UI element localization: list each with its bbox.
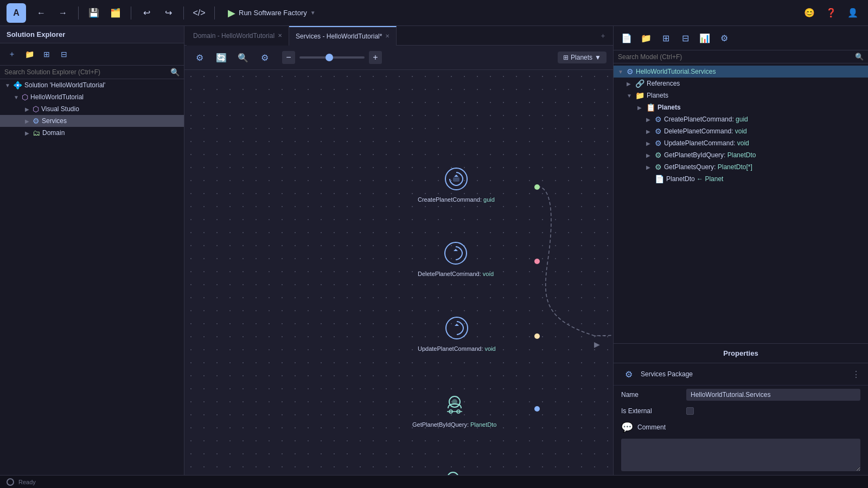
- zoom-out-button[interactable]: −: [282, 51, 295, 64]
- tab-services-label: Services - HelloWorldTutorial*: [296, 33, 382, 40]
- right-tool-5[interactable]: 📊: [696, 29, 713, 47]
- model-tree-getbyid-query[interactable]: ▶ ⚙ GetPlanetByIdQuery: PlanetDto: [614, 149, 868, 161]
- canvas-tool-3[interactable]: 🔍: [234, 49, 252, 66]
- chevron-right-icon: ▶: [646, 140, 653, 146]
- delete-cmd-icon: ⚙: [655, 127, 662, 136]
- emoji-button[interactable]: 😊: [801, 4, 818, 22]
- model-tree-update-cmd[interactable]: ▶ ⚙ UpdatePlanetCommand: void: [614, 137, 868, 149]
- account-button[interactable]: 👤: [844, 4, 861, 22]
- right-search-icon: 🔍: [855, 53, 864, 61]
- back-button[interactable]: ←: [33, 4, 50, 22]
- is-external-checkbox[interactable]: [686, 407, 694, 415]
- solution-icon: 💠: [13, 81, 22, 89]
- folder-button[interactable]: 📁: [22, 47, 37, 62]
- tree-item-services[interactable]: ▶ ⚙ Services: [0, 115, 184, 127]
- getall-query-label: GetPlanetsQuery: PlanetDto[*]: [664, 163, 752, 171]
- help-button[interactable]: ❓: [822, 4, 840, 22]
- right-tool-3[interactable]: ⊞: [657, 29, 674, 47]
- get-planet-by-id-node[interactable]: GetPlanetByIdQuery: PlanetDto: [412, 390, 496, 428]
- right-search-input[interactable]: [618, 53, 853, 61]
- separator-4: [214, 7, 215, 20]
- chevron-right-icon: ▶: [646, 152, 653, 158]
- planets-entity-label: Planets: [658, 104, 681, 111]
- name-field-label: Name: [621, 391, 665, 399]
- model-tree-create-cmd[interactable]: ▶ ⚙ CreatePlanetCommand: guid: [614, 113, 868, 125]
- model-tree-root[interactable]: ▼ ⚙ HelloWorldTutorial.Services: [614, 66, 868, 78]
- chevron-right-icon: ▶: [646, 129, 653, 134]
- zoom-control: − +: [282, 51, 382, 64]
- delete-planet-command-node[interactable]: DeletePlanetCommand: void: [418, 239, 494, 277]
- tab-add-button[interactable]: ＋: [595, 31, 611, 41]
- right-panel: 📄 📁 ⊞ ⊟ 📊 ⚙ 🔍 ▼ ⚙ HelloWorldTutorial.Ser…: [613, 26, 868, 475]
- sidebar-search-icon: 🔍: [170, 68, 180, 76]
- right-tool-1[interactable]: 📄: [618, 29, 635, 47]
- tab-services-close-icon[interactable]: ✕: [385, 33, 390, 39]
- model-tree-planets-folder[interactable]: ▼ 📁 Planets: [614, 89, 868, 101]
- right-tool-6[interactable]: ⚙: [716, 29, 733, 47]
- tab-bar: Domain - HelloWorldTutorial ✕ Services -…: [184, 26, 613, 46]
- save-all-button[interactable]: 🗂️: [107, 4, 124, 22]
- undo-button[interactable]: ↩: [138, 4, 155, 22]
- app-logo: A: [7, 3, 26, 23]
- tab-domain[interactable]: Domain - HelloWorldTutorial ✕: [187, 26, 289, 46]
- canvas-area[interactable]: CreatePlanetCommand: guid DeletePlanetCo…: [184, 70, 613, 475]
- zoom-slider[interactable]: [299, 56, 365, 59]
- svg-point-4: [446, 317, 468, 339]
- collapse-all-button[interactable]: ⊟: [56, 47, 72, 62]
- comment-icon: 💬: [621, 421, 633, 433]
- model-tree-references[interactable]: ▶ 🔗 References: [614, 78, 868, 89]
- create-planet-command-node[interactable]: CreatePlanetCommand: guid: [418, 165, 495, 203]
- update-planet-command-node[interactable]: UpdatePlanetCommand: void: [418, 314, 496, 352]
- properties-menu-button[interactable]: ⋮: [852, 369, 860, 380]
- model-tree-delete-cmd[interactable]: ▶ ⚙ DeletePlanetCommand: void: [614, 125, 868, 137]
- right-tool-2[interactable]: 📁: [637, 29, 655, 47]
- delete-command-label: DeletePlanetCommand: void: [418, 271, 494, 277]
- forward-button[interactable]: →: [54, 4, 72, 22]
- chevron-down-icon: ▼: [618, 69, 624, 75]
- debug-button[interactable]: </>: [190, 4, 208, 22]
- tab-domain-label: Domain - HelloWorldTutorial: [193, 32, 275, 40]
- canvas-tool-4[interactable]: ⚙: [256, 49, 273, 66]
- zoom-slider-thumb[interactable]: [326, 54, 333, 61]
- update-command-dot[interactable]: [534, 333, 540, 339]
- sidebar-search-input[interactable]: [4, 68, 168, 76]
- zoom-in-button[interactable]: +: [369, 51, 382, 64]
- comment-textarea[interactable]: [621, 439, 860, 471]
- tab-domain-close-icon[interactable]: ✕: [278, 33, 282, 38]
- tree-item-hwt[interactable]: ▼ ⬡ HelloWorldTutorial: [0, 91, 184, 103]
- services-package-icon: ⚙: [627, 67, 634, 76]
- redo-button[interactable]: ↪: [159, 4, 177, 22]
- create-command-dot[interactable]: [534, 184, 540, 190]
- model-root-label: HelloWorldTutorial.Services: [636, 68, 716, 75]
- get-byid-label: GetPlanetByIdQuery: PlanetDto: [412, 421, 496, 428]
- main-layout: Solution Explorer ＋ 📁 ⊞ ⊟ 🔍 ▼ 💠 Solution…: [0, 26, 868, 475]
- model-tree-planetdto[interactable]: 📄 PlanetDto ← Planet: [614, 173, 868, 185]
- update-command-label: UpdatePlanetCommand: void: [418, 345, 496, 352]
- create-cmd-label: CreatePlanetCommand: guid: [664, 115, 748, 123]
- planets-label: Planets: [571, 54, 592, 61]
- get-planets-query-node[interactable]: GetPlanetsQuery: PlanetDto[*]: [412, 466, 493, 475]
- get-byid-icon: [441, 390, 469, 418]
- tree-item-solution[interactable]: ▼ 💠 Solution 'HelloWorldTutorial': [0, 79, 184, 91]
- canvas-tool-1[interactable]: ⚙: [191, 49, 208, 66]
- run-software-factory-button[interactable]: ▶ Run Software Factory ▼: [221, 5, 322, 21]
- planets-filter-button[interactable]: ⊞ Planets ▼: [558, 52, 607, 63]
- delete-command-dot[interactable]: [534, 259, 540, 264]
- model-tree-getall-query[interactable]: ▶ ⚙ GetPlanetsQuery: PlanetDto[*]: [614, 161, 868, 173]
- create-cmd-icon: ⚙: [655, 115, 662, 124]
- save-button[interactable]: 💾: [85, 4, 103, 22]
- model-tree-planets-entity[interactable]: ▶ 📋 Planets: [614, 101, 868, 113]
- right-tool-4[interactable]: ⊟: [676, 29, 694, 47]
- chevron-right-icon: ▶: [627, 81, 633, 87]
- expand-all-button[interactable]: ⊞: [39, 47, 54, 62]
- name-field-input[interactable]: [686, 389, 860, 401]
- add-item-button[interactable]: ＋: [4, 47, 20, 62]
- get-byid-dot[interactable]: [534, 406, 540, 412]
- tab-services[interactable]: Services - HelloWorldTutorial* ✕: [289, 26, 397, 46]
- tree-item-domain[interactable]: ▶ 🗂 Domain: [0, 127, 184, 139]
- services-package-row: ⚙ Services Package ⋮: [614, 363, 868, 386]
- tree-item-visual-studio[interactable]: ▶ ⬡ Visual Studio: [0, 103, 184, 115]
- center-panel: Domain - HelloWorldTutorial ✕ Services -…: [184, 26, 613, 475]
- canvas-tool-2[interactable]: 🔄: [213, 49, 230, 66]
- delete-cmd-label: DeletePlanetCommand: void: [664, 127, 747, 135]
